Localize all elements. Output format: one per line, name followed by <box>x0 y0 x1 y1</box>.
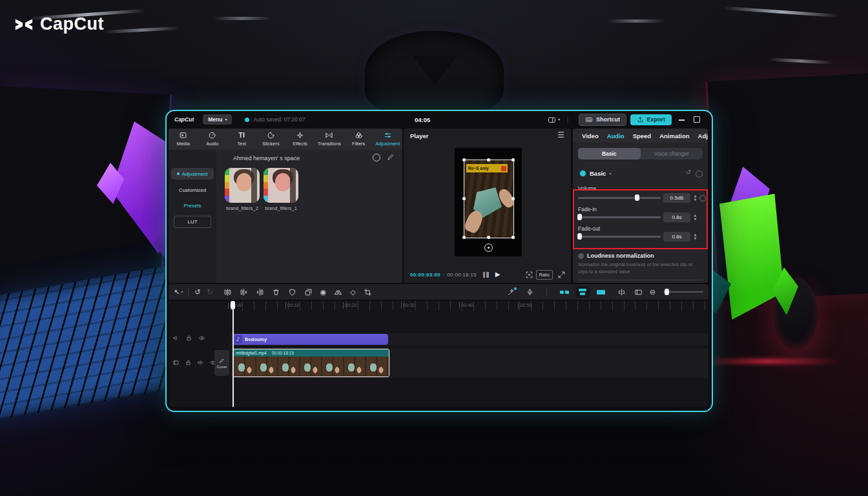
tab-adjustment-clipped[interactable]: Adj <box>698 132 708 140</box>
edit-pencil-icon[interactable] <box>387 153 395 161</box>
mask-shield-icon[interactable] <box>288 288 296 296</box>
volume-slider-handle[interactable] <box>635 194 639 201</box>
tab-media[interactable]: Media <box>169 129 198 150</box>
compare-icon[interactable] <box>696 170 703 178</box>
lock-icon[interactable] <box>185 359 192 366</box>
resize-handle[interactable] <box>462 236 466 239</box>
export-button[interactable]: Export <box>630 114 672 125</box>
menu-button[interactable]: Menu ▾ <box>203 114 232 125</box>
minimize-button[interactable] <box>679 119 685 121</box>
keyframe-record-icon[interactable]: ◉ <box>320 289 327 296</box>
fade-out-slider-handle[interactable] <box>577 233 582 240</box>
timeline-ruler[interactable]: 00:00 00:10 00:20 00:30 00:40 00:50 <box>231 301 708 311</box>
sidebar-item-adjustment[interactable]: Adjustment <box>171 168 214 180</box>
delete-icon[interactable] <box>272 288 280 296</box>
cover-button[interactable]: Cover <box>214 350 229 376</box>
fade-out-value[interactable]: 0.8s <box>663 232 690 242</box>
redo-icon[interactable]: ↻ <box>207 289 212 296</box>
crop-icon[interactable] <box>364 288 372 296</box>
lock-icon[interactable] <box>185 335 192 342</box>
ratio-button[interactable]: Ratio <box>536 270 553 280</box>
tab-transitions[interactable]: Transitions <box>315 129 344 150</box>
resize-handle[interactable] <box>462 197 466 200</box>
sidebar-item-lut[interactable]: LUT <box>174 216 211 228</box>
reset-icon[interactable]: ↺ <box>686 169 691 176</box>
subtab-basic[interactable]: Basic <box>578 148 641 160</box>
tab-video[interactable]: Video <box>582 132 599 140</box>
split-icon[interactable] <box>223 288 232 296</box>
tab-adjustment[interactable]: Adjustment <box>373 129 402 150</box>
chevron-down-icon: ▾ <box>558 118 560 121</box>
media-tabbar: Media Audio TI Text Stickers Effects Tra… <box>169 129 402 150</box>
resize-handle[interactable] <box>512 197 515 200</box>
fade-in-value[interactable]: 0.8s <box>663 212 690 222</box>
mirror-icon[interactable] <box>334 288 342 296</box>
tab-label: Stickers <box>262 141 280 147</box>
zoom-out-icon[interactable]: ⊖ <box>650 289 656 296</box>
select-cursor-icon[interactable]: ↖ <box>174 289 180 296</box>
volume-value[interactable]: 0.5dB <box>663 193 690 203</box>
resize-handle[interactable] <box>512 236 515 239</box>
fullscreen-icon[interactable] <box>557 271 566 279</box>
fade-in-stepper[interactable]: ▲▼ <box>692 212 699 222</box>
video-selection-box[interactable]: Re~S only <box>464 160 514 238</box>
tab-animation[interactable]: Animation <box>659 132 689 140</box>
maximize-button[interactable] <box>694 116 700 123</box>
compare-icon[interactable] <box>373 154 380 161</box>
shortcut-button[interactable]: Shortcut <box>579 114 626 126</box>
resize-handle[interactable] <box>487 158 490 161</box>
video-clip[interactable]: mfdbdgfwl1.mp4 00:00:18:15 <box>232 349 389 377</box>
loudness-toggle-icon[interactable] <box>578 253 584 259</box>
tab-effects[interactable]: Effects <box>285 129 315 150</box>
track-view-compact-button[interactable] <box>557 287 572 297</box>
fade-in-slider[interactable] <box>578 216 661 218</box>
section-check-icon[interactable] <box>579 170 586 177</box>
volume-stepper[interactable]: ▲▼ <box>692 193 699 203</box>
track-view-large-button[interactable] <box>594 287 608 297</box>
playhead-line[interactable] <box>232 301 234 407</box>
undo-icon[interactable]: ↺ <box>194 289 200 296</box>
tab-text[interactable]: TI Text <box>227 129 256 150</box>
filter-thumbnail[interactable] <box>225 168 260 203</box>
delete-right-icon[interactable] <box>256 288 264 296</box>
rotate-handle-icon[interactable] <box>484 243 493 252</box>
speaker-icon[interactable] <box>172 335 180 342</box>
resize-handle[interactable] <box>487 236 490 239</box>
voiceover-mic-icon[interactable] <box>526 288 534 296</box>
fade-in-slider-handle[interactable] <box>577 214 582 220</box>
volume-slider[interactable] <box>578 197 661 199</box>
sidebar-item-presets[interactable]: Presets <box>169 203 216 209</box>
snap-icon[interactable] <box>617 288 626 296</box>
keyframe-icon[interactable] <box>699 195 706 202</box>
resize-handle[interactable] <box>512 158 515 161</box>
tab-audio[interactable]: Audio <box>198 129 227 150</box>
playhead-handle[interactable] <box>231 301 235 309</box>
filter-thumbnail[interactable] <box>264 168 298 203</box>
preview-axis-icon[interactable] <box>634 288 643 296</box>
layout-toggle-button[interactable]: ▾ <box>548 116 560 124</box>
mute-icon[interactable] <box>197 359 204 366</box>
tab-audio[interactable]: Audio <box>607 132 625 140</box>
subtab-voice-changer[interactable]: Voice changer <box>641 148 703 160</box>
fit-canvas-icon[interactable] <box>525 271 533 279</box>
main-track-icon[interactable] <box>172 359 180 366</box>
tab-filters[interactable]: Filters <box>344 129 373 150</box>
play-button[interactable]: ▶ <box>495 271 501 278</box>
fade-out-stepper[interactable]: ▲▼ <box>692 232 699 242</box>
rotate-icon[interactable]: ◇ <box>350 289 355 296</box>
tab-stickers[interactable]: Stickers <box>256 129 285 150</box>
sidebar-item-customized[interactable]: Customized <box>169 187 216 193</box>
delete-left-icon[interactable] <box>240 288 248 296</box>
resize-handle[interactable] <box>462 158 466 161</box>
player-menu-icon[interactable]: ☰ <box>557 131 564 139</box>
chevron-down-icon[interactable]: ▾ <box>181 290 183 294</box>
tab-speed[interactable]: Speed <box>633 132 652 140</box>
track-view-default-button[interactable] <box>575 286 590 298</box>
timeline-zoom-handle[interactable] <box>665 289 669 295</box>
audio-clip[interactable]: ♪ Bedoumy <box>232 334 388 345</box>
timeline-zoom-slider[interactable] <box>663 291 703 293</box>
mute-icon[interactable] <box>198 335 205 342</box>
frame-step-icon[interactable] <box>483 272 489 278</box>
fade-out-slider[interactable] <box>578 236 661 238</box>
overlay-icon[interactable] <box>304 288 313 296</box>
